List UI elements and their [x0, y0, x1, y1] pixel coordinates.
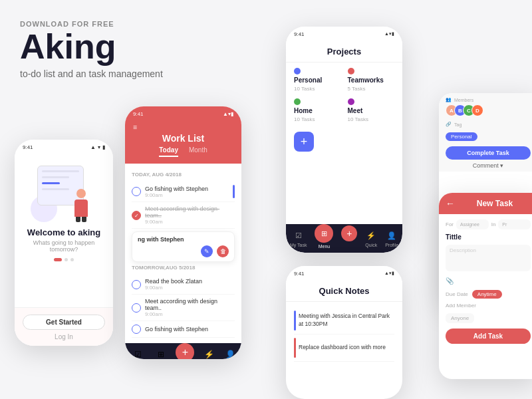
- status-bar-notes: 9:41 ▲▾▮: [286, 266, 402, 281]
- board-line-2: [42, 176, 69, 178]
- profile-icon: 👤: [224, 348, 236, 359]
- task-circle-1: [132, 187, 141, 196]
- back-button[interactable]: ←: [446, 198, 455, 209]
- task-expanded-name: ng with Stephen: [138, 236, 229, 243]
- leg-left: [76, 217, 80, 222]
- phone-new-task: ← New Task For Assignee In Pr Tittle Des…: [439, 193, 532, 379]
- due-date-badge[interactable]: Anytime: [472, 290, 502, 299]
- new-task-title: New Task: [459, 199, 531, 208]
- proj-nav-profile[interactable]: 👤 Profile: [385, 229, 398, 249]
- members-label: Members: [454, 98, 473, 102]
- proj-nav-add[interactable]: +: [341, 229, 357, 249]
- tag-label: Tag: [454, 122, 462, 127]
- dot-meet: [348, 98, 354, 105]
- complete-task-button[interactable]: Complete Task: [446, 146, 531, 160]
- pr-field[interactable]: Pr: [498, 219, 531, 229]
- task-row-3[interactable]: Read the book Zlatan 9:00am: [132, 275, 235, 295]
- nav-profile[interactable]: 👤 Profile: [224, 348, 237, 359]
- nav-my-task[interactable]: ☑ My Task: [130, 348, 147, 359]
- avatar-4: D: [471, 104, 483, 116]
- proj-tasks-meet: 10 Tasks: [348, 116, 395, 122]
- phone-worklist: 9:41 ▲▾▮ ☰ Work List Today Month TODAY, …: [125, 106, 241, 359]
- app-header: DOWNLOAD FOR FREE Aking to-do list and a…: [20, 20, 163, 79]
- task-expanded[interactable]: ng with Stephen ✎ 🗑: [132, 231, 235, 262]
- assignee-field[interactable]: Assignee: [456, 219, 489, 229]
- note-text-2: Replace dashboard icon with more: [299, 344, 386, 352]
- dot-1: [54, 258, 62, 261]
- person-body: [74, 200, 88, 217]
- task-time-2: 9:00am: [145, 219, 235, 225]
- task-info-5: Go fishing with Stephen: [145, 326, 235, 332]
- nav-quick[interactable]: ⚡ Quick: [203, 348, 215, 359]
- nav-menu[interactable]: ⊞ Menu: [155, 348, 167, 359]
- proj-nav-label-task: My Task: [290, 243, 307, 247]
- date-tomorrow-label: TOMORROW,AUG 5/2018: [132, 265, 235, 271]
- task-info-2: Meet according with design-team.. 9:00am: [145, 205, 235, 225]
- wifi-icon: ▾: [98, 144, 100, 150]
- proj-add-icon: +: [341, 225, 357, 241]
- task-circle-3: [132, 280, 141, 289]
- task-time-3: 9:00am: [145, 285, 235, 291]
- dot-3: [70, 258, 74, 261]
- note-item-2[interactable]: Replace dashboard icon with more: [294, 334, 394, 362]
- proj-teamworks[interactable]: Teamworks 5 Tasks: [348, 68, 395, 92]
- task-bar-1: [233, 185, 235, 198]
- proj-nav-label-menu: Menu: [319, 244, 331, 249]
- member-avatars: A B C D: [446, 104, 531, 116]
- task-row-5[interactable]: Go fishing with Stephen: [132, 321, 235, 338]
- proj-personal[interactable]: Personal 10 Tasks: [294, 68, 341, 92]
- quick-icon: ⚡: [203, 348, 215, 359]
- phone-projects: 9:41 ▲▾▮ Projects Personal 10 Tasks Team…: [286, 27, 402, 253]
- title-field-label: Tittle: [446, 233, 531, 241]
- proj-nav-quick[interactable]: ⚡ Quick: [365, 229, 377, 249]
- attachment-icon: 📎: [446, 277, 454, 285]
- nav-add[interactable]: +: [176, 348, 194, 359]
- tag-section: 🔗 Tag: [446, 122, 531, 127]
- task-circle-4: [132, 303, 141, 313]
- task-name-1: Go fishing with Stephen: [145, 186, 229, 192]
- proj-nav-menu[interactable]: ⊞ Menu: [315, 229, 333, 249]
- note-text-1: Meeting with Jessica in Central Park at …: [299, 313, 394, 329]
- chevron-down-icon: ▾: [500, 162, 503, 169]
- task-row-2[interactable]: Meet according with design-team.. 9:00am: [132, 202, 235, 229]
- phone-notes: 9:41 ▲▾▮ Quick Notes Meeting with Jessic…: [286, 266, 402, 399]
- log-in-button[interactable]: Log In: [23, 333, 105, 340]
- note-bar-1: Meeting with Jessica in Central Park at …: [294, 311, 394, 331]
- proj-tasks-home: 10 Tasks: [294, 116, 341, 122]
- proj-home[interactable]: Home 10 Tasks: [294, 98, 341, 122]
- status-icons-notes: ▲▾▮: [384, 271, 394, 276]
- get-started-button[interactable]: Get Started: [23, 315, 105, 330]
- note-item-1[interactable]: Meeting with Jessica in Central Park at …: [294, 307, 394, 334]
- my-task-icon: ☑: [132, 348, 144, 359]
- anyone-field[interactable]: Anyone: [446, 313, 474, 323]
- due-date-row: Due Date Anytime: [446, 290, 531, 299]
- task-row-4[interactable]: Meet according with design team.. 9:00am: [132, 295, 235, 321]
- notes-body: Meeting with Jessica in Central Park at …: [286, 302, 402, 367]
- add-project-button[interactable]: +: [294, 132, 314, 152]
- comment-label: Comment: [473, 162, 499, 169]
- status-bar-welcome: 9:41 ▲ ▾ ▮: [15, 140, 113, 154]
- proj-nav-task[interactable]: ☑ My Task: [290, 229, 307, 249]
- add-task-button[interactable]: Add Task: [446, 329, 531, 344]
- note-accent-1: [294, 311, 296, 331]
- person-head: [76, 189, 86, 198]
- wl-body: TODAY, AUG 4/2018 Go fishing with Stephe…: [125, 164, 241, 343]
- task-actions: ✎ 🗑: [138, 245, 229, 257]
- comment-button[interactable]: Comment ▾: [446, 162, 531, 169]
- proj-tasks-teamworks: 5 Tasks: [348, 86, 395, 92]
- note-accent-2: [294, 338, 296, 358]
- nt-for-row: For Assignee In Pr: [446, 219, 531, 229]
- tab-month[interactable]: Month: [189, 146, 207, 157]
- proj-meet[interactable]: Meet 10 Tasks: [348, 98, 395, 122]
- wl-title: Work List: [133, 133, 233, 144]
- task-name-4: Meet according with design team..: [145, 298, 235, 311]
- task-row-1[interactable]: Go fishing with Stephen 9:00am: [132, 182, 235, 202]
- description-field[interactable]: Description: [446, 245, 531, 271]
- battery-icon: ▮: [102, 144, 105, 150]
- edit-icon[interactable]: ✎: [201, 245, 213, 257]
- phone-welcome: 9:41 ▲ ▾ ▮ Welcome to a: [15, 140, 113, 346]
- delete-icon[interactable]: 🗑: [217, 245, 229, 257]
- proj-nav-label-profile: Profile: [385, 243, 398, 247]
- welcome-illustration: [31, 162, 97, 222]
- tab-today[interactable]: Today: [159, 146, 178, 157]
